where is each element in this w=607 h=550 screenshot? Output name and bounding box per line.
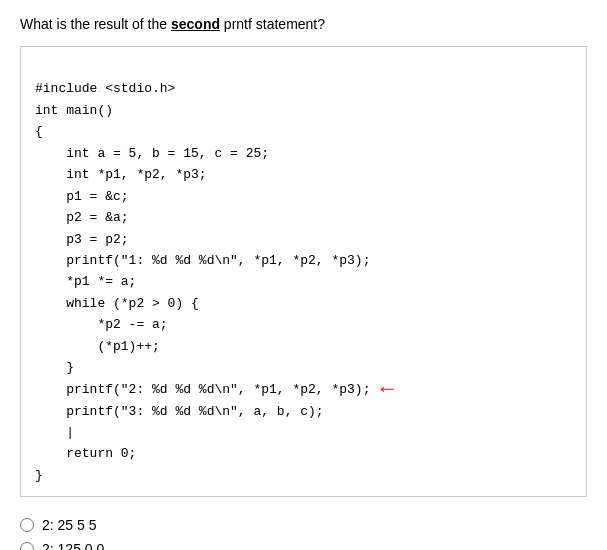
question-text: What is the result of the second prntf s…: [20, 16, 587, 32]
code-line: {: [35, 121, 572, 142]
code-line: |: [35, 422, 572, 443]
code-line: int main(): [35, 100, 572, 121]
code-line: printf("3: %d %d %d\n", a, b, c);: [35, 401, 572, 422]
code-line: (*p1)++;: [35, 336, 572, 357]
options-container: 2: 25 5 52: 125 0 02: 126 0 02: 0 15 126…: [20, 517, 587, 550]
question-suffix: prntf statement?: [220, 16, 325, 32]
code-line: int a = 5, b = 15, c = 25;: [35, 143, 572, 164]
code-line: printf("1: %d %d %d\n", *p1, *p2, *p3);: [35, 250, 572, 271]
code-line: while (*p2 > 0) {: [35, 293, 572, 314]
code-line: }: [35, 357, 572, 378]
option-label: 2: 25 5 5: [42, 517, 97, 533]
radio-opt2[interactable]: [20, 542, 34, 550]
code-line: p1 = &c;: [35, 186, 572, 207]
code-line: int *p1, *p2, *p3;: [35, 164, 572, 185]
code-line-text: printf("2: %d %d %d\n", *p1, *p2, *p3);: [35, 379, 370, 400]
question-prefix: What is the result of the: [20, 16, 171, 32]
code-line: *p1 *= a;: [35, 271, 572, 292]
code-block: #include <stdio.h>int main(){ int a = 5,…: [20, 46, 587, 497]
code-line: *p2 -= a;: [35, 314, 572, 335]
code-line: printf("2: %d %d %d\n", *p1, *p2, *p3);←: [35, 379, 572, 401]
code-line: #include <stdio.h>: [35, 78, 572, 99]
code-line: }: [35, 465, 572, 486]
arrow-icon: ←: [380, 379, 393, 401]
radio-opt1[interactable]: [20, 518, 34, 532]
code-line: p2 = &a;: [35, 207, 572, 228]
option-item[interactable]: 2: 125 0 0: [20, 541, 587, 550]
code-line: p3 = p2;: [35, 229, 572, 250]
option-item[interactable]: 2: 25 5 5: [20, 517, 587, 533]
code-line: return 0;: [35, 443, 572, 464]
question-bold: second: [171, 16, 220, 32]
option-label: 2: 125 0 0: [42, 541, 104, 550]
